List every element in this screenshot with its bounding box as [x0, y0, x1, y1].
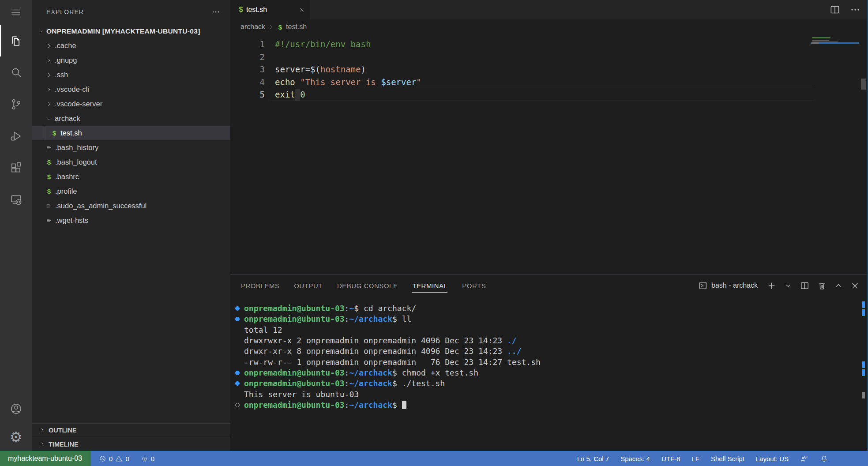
maximize-panel-button[interactable]: [834, 281, 843, 290]
status-eol[interactable]: LF: [691, 455, 699, 462]
tree-item-onpremadmin-myhackteam-ubuntu-03-[interactable]: ONPREMADMIN [MYHACKTEAM-UBUNTU-03]: [32, 24, 230, 38]
tree-item-.ssh[interactable]: .ssh: [32, 68, 230, 82]
activity-explorer[interactable]: [0, 25, 32, 56]
tree-item-.wget-hsts[interactable]: .wget-hsts: [32, 213, 230, 228]
forwarded-ports-count: 0: [151, 455, 154, 462]
terminal-line-10: onpremadmin@ubuntu-03:~/archack$: [230, 400, 857, 410]
chevron-right: [45, 101, 53, 108]
tree-item-archack[interactable]: archack: [32, 111, 230, 126]
kill-terminal-button[interactable]: [817, 281, 827, 291]
timeline-section[interactable]: TIMELINE: [32, 437, 230, 451]
activity-remote-explorer[interactable]: [0, 184, 32, 215]
activity-accounts[interactable]: [0, 395, 32, 423]
more-actions-icon[interactable]: [211, 7, 221, 17]
ports-status[interactable]: 0: [141, 455, 154, 462]
code-line-4[interactable]: 4echo "This server is $server": [230, 76, 806, 89]
tab-test-sh[interactable]: $ test.sh: [230, 0, 310, 19]
code-line-1[interactable]: 1#!/usr/bin/env bash: [230, 38, 806, 51]
chevron-right-icon: [39, 427, 46, 434]
shell-file-icon: $: [51, 129, 58, 137]
activity-settings[interactable]: ⚙: [0, 423, 32, 451]
terminal[interactable]: onpremadmin@ubuntu-03:~$ cd archack/onpr…: [230, 303, 857, 410]
terminal-text: total 12: [244, 325, 282, 334]
status-indentation[interactable]: Spaces: 4: [620, 455, 650, 462]
chevron-right-icon: [268, 24, 274, 30]
code-token: echo: [275, 77, 295, 87]
tree-item-.gnupg[interactable]: .gnupg: [32, 53, 230, 68]
panel-header: PROBLEMSOUTPUTDEBUG CONSOLETERMINALPORTS…: [230, 275, 868, 296]
terminal-command-mark: [862, 301, 865, 308]
code-line-5[interactable]: 5exit 0: [230, 88, 806, 101]
code-line-3[interactable]: 3server=$(hostname): [230, 63, 806, 76]
split-editor-icon[interactable]: [829, 4, 841, 15]
explorer-sidebar: EXPLORER ONPREMADMIN [MYHACKTEAM-UBUNTU-…: [32, 0, 230, 451]
breadcrumb-folder[interactable]: archack: [240, 23, 265, 31]
tree-item-.bash-logout[interactable]: $.bash_logout: [32, 155, 230, 169]
tree-item-.vscode-server[interactable]: .vscode-server: [32, 97, 230, 111]
text-file-icon: [45, 203, 53, 210]
terminal-text: :: [345, 368, 349, 377]
tree-item-.bash-history[interactable]: .bash_history: [32, 140, 230, 155]
tree-item-.vscode-cli[interactable]: .vscode-cli: [32, 82, 230, 97]
breadcrumb-file[interactable]: test.sh: [286, 23, 307, 31]
terminal-text: $ cd archack/: [354, 304, 416, 313]
explorer-header: EXPLORER: [32, 0, 230, 24]
tree-item-test.sh[interactable]: $test.sh: [32, 126, 230, 140]
launch-profile-button[interactable]: [784, 281, 793, 290]
command-decoration-icon[interactable]: [235, 381, 240, 386]
panel-actions: bash - archack: [698, 275, 860, 296]
terminal-text: onpremadmin@ubuntu-03: [244, 314, 345, 323]
line-number: 5: [230, 88, 265, 101]
activity-run-debug[interactable]: [0, 120, 32, 152]
terminal-text: :: [345, 379, 349, 388]
close-panel-button[interactable]: [850, 281, 860, 291]
more-actions-icon[interactable]: [849, 4, 861, 15]
minimap[interactable]: [811, 37, 859, 258]
status-language-mode[interactable]: Shell Script: [711, 455, 744, 462]
status-keyboard-layout[interactable]: Layout: US: [756, 455, 789, 462]
status-cursor-position[interactable]: Ln 5, Col 7: [577, 455, 609, 462]
panel-tab-output[interactable]: OUTPUT: [294, 275, 323, 296]
code-area[interactable]: 1#!/usr/bin/env bash23server=$(hostname)…: [230, 38, 806, 101]
tree-item-.cache[interactable]: .cache: [32, 38, 230, 53]
activity-search[interactable]: [0, 56, 32, 88]
feedback-icon[interactable]: [800, 455, 808, 463]
panel-tab-terminal[interactable]: TERMINAL: [412, 275, 447, 296]
bell-icon[interactable]: [820, 455, 828, 463]
activity-source-control[interactable]: [0, 88, 32, 120]
close-tab-icon[interactable]: [298, 6, 305, 13]
terminal-text: :: [345, 400, 349, 410]
terminal-line-1: onpremadmin@ubuntu-03:~$ cd archack/: [230, 303, 857, 314]
vscode-window: ⚙ EXPLORER ONPREMADMIN [MYHACKTEAM-UBUNT…: [0, 0, 868, 466]
tree-item-.bashrc[interactable]: $.bashrc: [32, 169, 230, 184]
remote-indicator[interactable]: myhackteam-ubuntu-03: [0, 451, 91, 466]
chevron-down: [45, 115, 53, 122]
command-decoration-icon[interactable]: [235, 371, 240, 375]
chevron-right: [45, 71, 53, 79]
terminal-line-6: -rw-rw-r-- 1 onpremadmin onpremadmin 76 …: [230, 357, 857, 368]
code-token: $(: [310, 64, 320, 74]
editor-scrollbar[interactable]: [861, 79, 866, 90]
split-terminal-button[interactable]: [800, 281, 810, 291]
problems-status[interactable]: 0 0: [99, 455, 129, 462]
panel-tab-ports[interactable]: PORTS: [462, 275, 486, 296]
tree-item-.sudo-as-admin-successful[interactable]: .sudo_as_admin_successful: [32, 199, 230, 213]
command-decoration-icon[interactable]: [235, 317, 240, 321]
code-line-2[interactable]: 2: [230, 51, 806, 64]
tree-item-.profile[interactable]: $.profile: [32, 184, 230, 199]
new-terminal-button[interactable]: [767, 281, 777, 291]
activity-extensions[interactable]: [0, 152, 32, 184]
activity-menu[interactable]: [0, 0, 32, 25]
panel-tab-problems[interactable]: PROBLEMS: [241, 275, 279, 296]
code-token: hostname: [320, 64, 361, 74]
panel-tab-debug-console[interactable]: DEBUG CONSOLE: [337, 275, 398, 296]
menu-icon: [10, 7, 22, 18]
tree-item-label: test.sh: [60, 129, 82, 137]
status-encoding[interactable]: UTF-8: [661, 455, 680, 462]
terminal-list-item[interactable]: bash - archack: [698, 281, 758, 290]
command-decoration-icon[interactable]: [235, 403, 240, 407]
command-decoration-icon[interactable]: [235, 306, 240, 311]
terminal-cursor: [402, 401, 406, 409]
outline-section[interactable]: OUTLINE: [32, 423, 230, 437]
tab-bar: $ test.sh: [230, 0, 868, 19]
